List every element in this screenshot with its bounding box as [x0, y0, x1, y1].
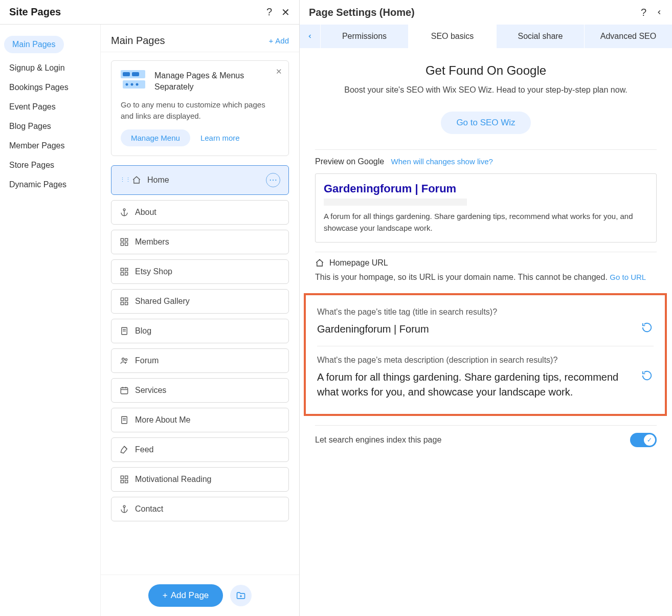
- sidebar-category[interactable]: Dynamic Pages: [0, 175, 100, 194]
- svg-rect-18: [125, 298, 128, 300]
- drag-handle-icon[interactable]: ⋮⋮: [120, 177, 126, 183]
- page-item-label: About: [135, 208, 156, 217]
- page-item[interactable]: Services: [111, 378, 289, 403]
- add-link[interactable]: + Add: [269, 36, 289, 45]
- grid-icon: [120, 475, 129, 484]
- site-pages-body: Main PagesSignup & LoginBookings PagesEv…: [0, 25, 299, 616]
- svg-rect-20: [125, 302, 128, 304]
- hero-desc: Boost your site's SEO with Wix SEO Wiz. …: [315, 84, 657, 96]
- preview-title: Gardeningforum | Forum: [324, 182, 648, 195]
- svg-rect-16: [125, 272, 128, 275]
- sidebar-category[interactable]: Signup & Login: [0, 58, 100, 78]
- svg-rect-15: [121, 272, 123, 275]
- homepage-url-label: Homepage URL: [329, 258, 388, 268]
- settings-tabs: PermissionsSEO basicsSocial shareAdvance…: [300, 25, 672, 48]
- seo-wiz-button[interactable]: Go to SEO Wiz: [441, 112, 530, 134]
- pages-column-header: Main Pages + Add: [101, 25, 299, 52]
- sidebar-category[interactable]: Bookings Pages: [0, 78, 100, 97]
- settings-tab[interactable]: Permissions: [320, 25, 408, 48]
- revert-icon[interactable]: [641, 322, 654, 334]
- page-item[interactable]: Motivational Reading: [111, 467, 289, 492]
- chevron-left-icon[interactable]: [656, 7, 663, 18]
- page-item-label: Services: [135, 386, 166, 395]
- svg-point-7: [123, 209, 125, 211]
- page-item[interactable]: Etsy Shop: [111, 259, 289, 284]
- index-toggle-row: Let search engines index this page ✓: [300, 426, 672, 454]
- anchor-icon: [120, 208, 129, 217]
- preview-desc: A forum for all things gardening. Share …: [324, 211, 648, 234]
- svg-rect-14: [125, 268, 128, 271]
- page-item-label: Forum: [135, 356, 159, 365]
- manage-menu-button[interactable]: Manage Menu: [121, 129, 190, 146]
- sidebar-category[interactable]: Store Pages: [0, 156, 100, 175]
- page-item[interactable]: Blog: [111, 319, 289, 343]
- page-settings-panel: Page Settings (Home) ? PermissionsSEO ba…: [300, 0, 672, 616]
- seo-fields-highlight: What's the page's title tag (title in se…: [304, 293, 667, 416]
- sidebar-category[interactable]: Blog Pages: [0, 117, 100, 136]
- calendar-icon: [120, 386, 129, 395]
- manage-menus-info: ✕: [111, 60, 289, 156]
- grid-icon: [120, 237, 129, 247]
- svg-rect-1: [123, 72, 130, 76]
- changes-live-link[interactable]: When will changes show live?: [391, 157, 493, 166]
- page-item[interactable]: Shared Gallery: [111, 289, 289, 314]
- meta-desc-input[interactable]: A forum for all things gardening. Share …: [317, 370, 634, 400]
- page-item-label: Shared Gallery: [135, 297, 190, 306]
- close-icon[interactable]: ✕: [281, 6, 290, 18]
- more-options-button[interactable]: ⋯: [266, 173, 280, 187]
- settings-body[interactable]: Get Found On Google Boost your site's SE…: [300, 48, 672, 616]
- svg-rect-13: [121, 268, 123, 271]
- people-icon: [120, 356, 129, 365]
- learn-more-link[interactable]: Learn more: [200, 134, 240, 142]
- meta-desc-label: What's the page's meta description (desc…: [317, 356, 654, 365]
- home-icon: [132, 175, 141, 185]
- tabs-scroll-left[interactable]: [300, 25, 320, 48]
- page-item[interactable]: Contact: [111, 497, 289, 521]
- page-item[interactable]: ⋮⋮Home⋯: [111, 165, 289, 195]
- svg-point-4: [126, 83, 128, 86]
- svg-rect-17: [121, 298, 123, 300]
- help-icon[interactable]: ?: [641, 7, 646, 18]
- go-to-url-link[interactable]: Go to URL: [610, 273, 646, 281]
- add-folder-button[interactable]: [230, 585, 252, 606]
- sidebar-category[interactable]: Event Pages: [0, 97, 100, 117]
- add-page-button[interactable]: + Add Page: [148, 584, 223, 607]
- index-toggle[interactable]: ✓: [630, 433, 657, 447]
- help-icon[interactable]: ?: [266, 6, 272, 18]
- sidebar-category[interactable]: Member Pages: [0, 136, 100, 156]
- page-item[interactable]: Forum: [111, 348, 289, 373]
- settings-tab[interactable]: Advanced SEO: [584, 25, 672, 48]
- svg-rect-11: [121, 243, 123, 245]
- page-item-label: Motivational Reading: [135, 475, 211, 484]
- menus-illustration-icon: [121, 70, 145, 89]
- home-icon: [315, 258, 324, 268]
- page-item-label: Members: [135, 237, 169, 247]
- revert-icon[interactable]: [641, 370, 654, 382]
- page-item[interactable]: Members: [111, 230, 289, 254]
- site-pages-header: Site Pages ? ✕: [0, 0, 299, 25]
- page-item[interactable]: More About Me: [111, 408, 289, 432]
- page-item[interactable]: Feed: [111, 437, 289, 462]
- add-link-label: Add: [275, 36, 289, 45]
- info-heading: Manage Pages & Menus Separately: [154, 70, 279, 93]
- svg-point-6: [136, 83, 139, 86]
- svg-rect-9: [121, 238, 123, 241]
- page-settings-header: Page Settings (Home) ?: [300, 0, 672, 25]
- pages-scroll[interactable]: ✕: [101, 52, 299, 575]
- settings-tab[interactable]: SEO basics: [408, 25, 496, 48]
- google-preview-box: Gardeningforum | Forum A forum for all t…: [315, 173, 657, 243]
- preview-label-row: Preview on Google When will changes show…: [315, 150, 657, 173]
- grid-icon: [120, 297, 129, 306]
- seo-hero: Get Found On Google Boost your site's SE…: [300, 48, 672, 149]
- check-icon: ✓: [644, 434, 655, 446]
- settings-tab[interactable]: Social share: [496, 25, 584, 48]
- svg-point-24: [122, 358, 125, 361]
- title-tag-input[interactable]: Gardeningforum | Forum: [317, 322, 634, 337]
- page-item[interactable]: About: [111, 200, 289, 225]
- close-icon[interactable]: ✕: [276, 67, 282, 76]
- pages-column: Main Pages + Add ✕: [101, 25, 299, 616]
- homepage-url-heading: Homepage URL: [315, 252, 657, 271]
- page-item-label: Etsy Shop: [135, 267, 172, 276]
- plus-icon: +: [163, 590, 168, 601]
- sidebar-category[interactable]: Main Pages: [4, 36, 64, 53]
